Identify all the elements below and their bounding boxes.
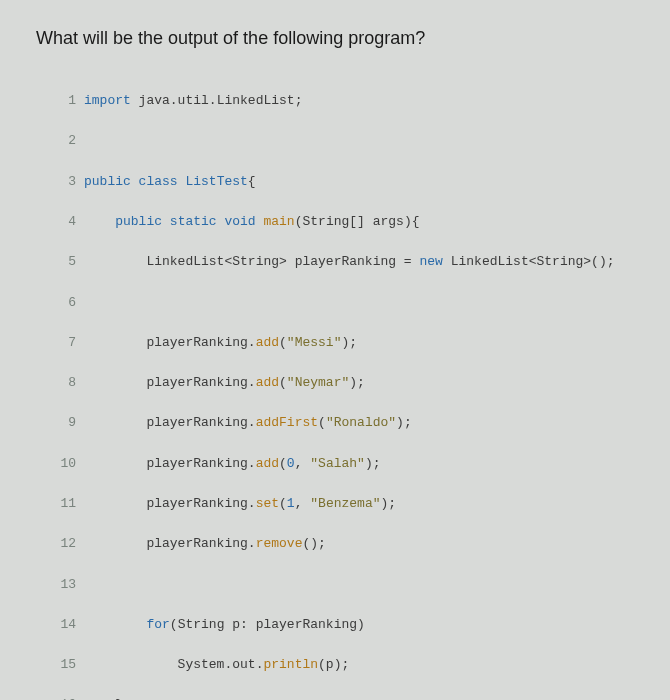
- line-number: 7: [54, 333, 76, 353]
- line-number: 10: [54, 454, 76, 474]
- line-number: 16: [54, 695, 76, 700]
- line-number: 3: [54, 172, 76, 192]
- code-block: 1import java.util.LinkedList; 2 3public …: [54, 71, 646, 700]
- line-number: 9: [54, 413, 76, 433]
- line-number: 5: [54, 252, 76, 272]
- line-number: 6: [54, 293, 76, 313]
- line-number: 4: [54, 212, 76, 232]
- line-number: 12: [54, 534, 76, 554]
- line-number: 8: [54, 373, 76, 393]
- line-number: 1: [54, 91, 76, 111]
- line-number: 2: [54, 131, 76, 151]
- line-number: 11: [54, 494, 76, 514]
- question-prompt: What will be the output of the following…: [36, 28, 646, 49]
- line-number: 15: [54, 655, 76, 675]
- line-number: 14: [54, 615, 76, 635]
- line-number: 13: [54, 575, 76, 595]
